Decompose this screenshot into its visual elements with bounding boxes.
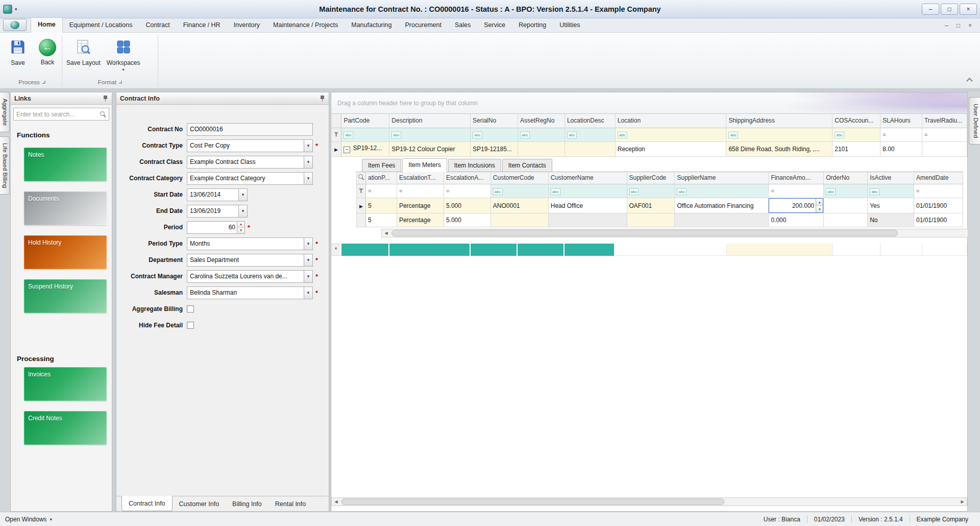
cell-financeamount[interactable]: 0.000 — [769, 213, 824, 227]
dropdown-arrow-icon[interactable]: ▾ — [304, 238, 312, 250]
ribbon-tab-contract[interactable]: Contract — [139, 18, 176, 32]
group-by-panel[interactable]: Drag a column header here to group by th… — [331, 92, 967, 114]
cell-escalation-amount[interactable]: 5.000 — [444, 213, 491, 227]
filter-amenddate[interactable]: = — [914, 184, 963, 198]
column-location[interactable]: Location — [615, 114, 726, 128]
contract-no-input[interactable]: CO0000016 — [187, 123, 313, 136]
column-description[interactable]: Description — [389, 114, 471, 128]
open-windows-button[interactable]: Open Windows ▾ — [5, 516, 52, 523]
dropdown-arrow-icon[interactable]: ▾ — [304, 173, 312, 184]
dropdown-arrow-icon[interactable]: ▾ — [304, 287, 312, 299]
workspaces-button[interactable]: Workspaces ▾ — [105, 37, 142, 74]
minimize-button[interactable]: – — [922, 4, 939, 15]
filter-escalation-type[interactable]: = — [397, 184, 444, 198]
contract-manager-dropdown[interactable]: Carolina Suzzetta Lourens van de...▾ — [187, 270, 313, 283]
new-row-cell[interactable] — [389, 244, 471, 256]
cell-suppliercode[interactable]: OAF001 — [627, 198, 675, 213]
links-search-input[interactable] — [16, 111, 100, 118]
spin-up-icon[interactable]: ▴ — [237, 222, 244, 227]
app-icon[interactable] — [3, 5, 12, 14]
scroll-right-icon[interactable]: ▶ — [958, 498, 967, 506]
column-partcode[interactable]: PartCode — [341, 114, 389, 128]
end-date-picker[interactable]: 13/06/2019▾ — [187, 205, 248, 218]
cell-assetregno[interactable] — [518, 141, 565, 156]
filter-escalation-amount[interactable]: = — [444, 184, 491, 198]
period-type-dropdown[interactable]: Months▾ — [187, 237, 313, 250]
scrollbar-thumb[interactable] — [341, 498, 724, 505]
new-row-cell[interactable] — [565, 244, 615, 256]
column-locationdesc[interactable]: LocationDesc — [565, 114, 615, 128]
ribbon-collapse-icon[interactable] — [966, 78, 973, 84]
dropdown-arrow-icon[interactable]: ▾ — [238, 205, 247, 217]
cell-escalation-type[interactable]: Percentage — [397, 198, 444, 213]
filter-cosaccount[interactable]: abc — [832, 128, 880, 141]
cell-customername[interactable] — [548, 213, 627, 227]
cell-escalation-type[interactable]: Percentage — [397, 213, 444, 227]
hold-history-button[interactable]: Hold History — [24, 235, 107, 269]
back-button[interactable]: ← Back — [34, 37, 61, 68]
column-slahours[interactable]: SLAHours — [880, 114, 922, 128]
column-travelradius[interactable]: TravelRadiu... — [922, 114, 967, 128]
column-assetregno[interactable]: AssetRegNo — [518, 114, 565, 128]
spin-down-icon[interactable]: ▾ — [816, 205, 823, 212]
scroll-left-icon[interactable]: ◀ — [332, 498, 340, 506]
filter-partcode[interactable]: abc — [341, 128, 389, 141]
filter-locationdesc[interactable]: abc — [565, 128, 615, 141]
cell-amenddate[interactable]: 01/01/1900 — [914, 198, 963, 213]
filter-slahours[interactable]: = — [880, 128, 922, 141]
cell-suppliercode[interactable] — [627, 213, 675, 227]
contract-category-dropdown[interactable]: Example Contract Category▾ — [187, 172, 313, 185]
column-escalation-amount[interactable]: EscalationA... — [444, 172, 491, 184]
start-date-picker[interactable]: 13/06/2014▾ — [187, 188, 248, 201]
new-row-cell[interactable] — [518, 244, 565, 256]
tab-customer-info[interactable]: Customer Info — [173, 496, 226, 511]
pin-icon[interactable] — [320, 95, 325, 102]
filter-suppliercode[interactable]: abc — [627, 184, 675, 198]
scroll-left-icon[interactable]: ◀ — [382, 229, 390, 237]
suspend-history-button[interactable]: Suspend History — [24, 279, 107, 313]
cell-serialno[interactable]: SP19-12185... — [471, 141, 518, 156]
tab-item-inclusions[interactable]: Item Inclusions — [448, 159, 501, 172]
ribbon-tab-reporting[interactable]: Reporting — [512, 18, 553, 32]
application-menu-button[interactable] — [3, 19, 27, 31]
new-row-cell[interactable] — [880, 244, 922, 256]
cell-escalation-amount[interactable]: 5.000 — [444, 198, 491, 213]
cell-escalation-period[interactable]: 5 — [365, 213, 397, 227]
tab-rental-info[interactable]: Rental Info — [268, 496, 312, 511]
contract-class-dropdown[interactable]: Example Contract Class▾ — [187, 156, 313, 169]
filter-isactive[interactable]: abc — [868, 184, 914, 198]
save-layout-button[interactable]: Save Layout — [64, 37, 103, 68]
cell-description[interactable]: SP19-12 Colour Copier — [389, 141, 471, 156]
column-escalation-type[interactable]: EscalationT... — [397, 172, 444, 184]
period-stepper[interactable]: 60 ▴▾ — [187, 221, 245, 234]
ribbon-tab-inventory[interactable]: Inventory — [227, 18, 266, 32]
detail-search-icon[interactable] — [358, 174, 364, 180]
ribbon-tab-equipment-locations[interactable]: Equipment / Locations — [63, 18, 139, 32]
column-orderno[interactable]: OrderNo — [824, 172, 868, 184]
collapse-detail-icon[interactable]: − — [344, 147, 350, 153]
cell-isactive[interactable]: No — [868, 213, 914, 227]
group-dialog-launcher-icon[interactable] — [119, 81, 122, 84]
cell-amenddate[interactable]: 01/01/1900 — [914, 213, 963, 227]
ribbon-tab-maintenance-projects[interactable]: Maintenance / Projects — [266, 18, 345, 32]
filter-customername[interactable]: abc — [548, 184, 627, 198]
ribbon-tab-finance-hr[interactable]: Finance / HR — [177, 18, 227, 32]
cell-orderno[interactable] — [824, 213, 868, 227]
detail-horizontal-scrollbar[interactable]: ◀ ▶ — [381, 229, 980, 237]
ribbon-tab-service[interactable]: Service — [477, 18, 512, 32]
filter-assetregno[interactable]: abc — [518, 128, 565, 141]
column-suppliername[interactable]: SupplierName — [675, 172, 769, 184]
cell-customername[interactable]: Head Office — [548, 198, 627, 213]
column-customername[interactable]: CustomerName — [548, 172, 627, 184]
column-suppliercode[interactable]: SupplierCode — [627, 172, 675, 184]
new-row-cell[interactable] — [341, 244, 389, 256]
filter-financeamount[interactable]: = — [769, 184, 824, 198]
cell-cosaccount[interactable]: 2101 — [832, 141, 880, 156]
filter-shippingaddress[interactable]: abc — [726, 128, 832, 141]
group-dialog-launcher-icon[interactable] — [42, 81, 45, 84]
cell-slahours[interactable]: 8.00 — [880, 141, 922, 156]
cell-shippingaddress[interactable]: 658 Dime Road, South Riding, ,... — [726, 141, 832, 156]
scrollbar-thumb[interactable] — [391, 230, 898, 236]
cell-partcode[interactable]: −SP19-12... — [341, 141, 389, 156]
column-escalation-period[interactable]: ationP... — [365, 172, 397, 184]
